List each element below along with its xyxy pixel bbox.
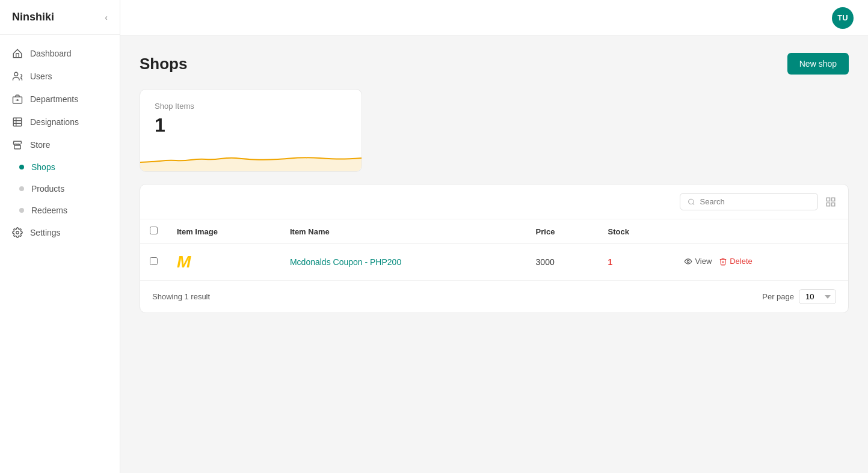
sidebar-item-store[interactable]: Store bbox=[0, 133, 120, 156]
showing-text: Showing 1 result bbox=[152, 292, 210, 301]
sidebar-item-dashboard-label: Dashboard bbox=[30, 49, 72, 58]
store-icon bbox=[12, 139, 23, 150]
per-page-control: Per page 10 25 50 100 bbox=[762, 289, 836, 304]
svg-rect-8 bbox=[14, 145, 21, 149]
sidebar-nav: Dashboard Users Departments Designations bbox=[0, 35, 120, 473]
sidebar-item-settings-label: Settings bbox=[30, 228, 61, 237]
sidebar-item-dashboard[interactable]: Dashboard bbox=[0, 42, 120, 65]
sidebar-item-users-label: Users bbox=[30, 72, 52, 81]
sidebar-item-products-label: Products bbox=[31, 184, 64, 194]
grid-view-button[interactable] bbox=[825, 197, 836, 207]
col-item-name: Item Name bbox=[280, 219, 526, 244]
sidebar-item-users[interactable]: Users bbox=[0, 65, 120, 88]
col-checkbox bbox=[140, 219, 167, 244]
svg-line-11 bbox=[693, 203, 694, 204]
content-area: Shops New shop Shop Items 1 bbox=[120, 36, 868, 473]
search-icon bbox=[688, 198, 695, 206]
svg-point-0 bbox=[14, 72, 18, 76]
redeems-dot bbox=[19, 208, 24, 213]
row-price-cell: 3000 bbox=[526, 244, 599, 281]
svg-rect-13 bbox=[832, 198, 835, 201]
topbar: TU bbox=[120, 0, 868, 36]
row-item-name-cell: Mcdonalds Coupon - PHP200 bbox=[280, 244, 526, 281]
app-name: Ninshiki bbox=[12, 11, 54, 23]
page-header: Shops New shop bbox=[140, 53, 849, 75]
sidebar-item-redeems-label: Redeems bbox=[31, 206, 67, 215]
stat-chart bbox=[140, 141, 362, 171]
col-actions bbox=[674, 219, 848, 244]
new-shop-button[interactable]: New shop bbox=[787, 53, 849, 75]
users-icon bbox=[12, 71, 23, 82]
svg-point-10 bbox=[689, 199, 694, 204]
row-checkbox[interactable] bbox=[150, 257, 158, 265]
main-area: TU Shops New shop Shop Items 1 bbox=[120, 0, 868, 473]
svg-rect-4 bbox=[13, 118, 22, 126]
item-name-link[interactable]: Mcdonalds Coupon - PHP200 bbox=[290, 257, 401, 267]
col-item-image: Item Image bbox=[167, 219, 280, 244]
departments-icon bbox=[12, 94, 23, 105]
sidebar-item-departments-label: Departments bbox=[30, 94, 78, 104]
sidebar-item-departments[interactable]: Departments bbox=[0, 88, 120, 111]
svg-rect-14 bbox=[826, 203, 830, 206]
table-toolbar bbox=[140, 185, 848, 219]
sidebar-item-designations-label: Designations bbox=[30, 117, 79, 127]
svg-point-16 bbox=[688, 260, 690, 263]
sidebar-item-products[interactable]: Products bbox=[0, 178, 120, 200]
row-actions-cell: View Delete bbox=[674, 244, 848, 281]
avatar: TU bbox=[832, 7, 854, 29]
svg-rect-15 bbox=[832, 203, 835, 206]
search-input[interactable] bbox=[700, 197, 810, 206]
per-page-select[interactable]: 10 25 50 100 bbox=[799, 289, 836, 304]
table-row: M Mcdonalds Coupon - PHP200 3000 1 View … bbox=[140, 244, 848, 281]
svg-point-9 bbox=[16, 231, 19, 234]
delete-button[interactable]: Delete bbox=[719, 257, 753, 266]
view-button[interactable]: View bbox=[684, 257, 712, 266]
products-dot bbox=[19, 186, 24, 191]
col-stock: Stock bbox=[599, 219, 675, 244]
back-button[interactable]: ‹ bbox=[105, 13, 108, 22]
sidebar-item-store-label: Store bbox=[30, 140, 50, 150]
sidebar-item-shops-label: Shops bbox=[31, 162, 55, 172]
col-price: Price bbox=[526, 219, 599, 244]
items-table: Item Image Item Name Price Stock M Mcdon… bbox=[140, 219, 848, 280]
select-all-checkbox[interactable] bbox=[150, 227, 158, 234]
home-icon bbox=[12, 48, 23, 59]
sidebar-item-designations[interactable]: Designations bbox=[0, 111, 120, 133]
sidebar: Ninshiki ‹ Dashboard Users Departments bbox=[0, 0, 120, 473]
table-card: Item Image Item Name Price Stock M Mcdon… bbox=[140, 184, 849, 313]
sidebar-item-shops[interactable]: Shops bbox=[0, 156, 120, 178]
stock-value: 1 bbox=[608, 257, 613, 267]
page-title: Shops bbox=[140, 55, 187, 73]
stat-card-value: 1 bbox=[155, 114, 347, 136]
row-stock-cell: 1 bbox=[599, 244, 675, 281]
stat-card-label: Shop Items bbox=[155, 102, 347, 111]
row-image-cell: M bbox=[167, 244, 280, 281]
stat-card: Shop Items 1 bbox=[140, 89, 362, 172]
per-page-label: Per page bbox=[762, 292, 794, 301]
svg-rect-12 bbox=[826, 198, 830, 201]
settings-icon bbox=[12, 227, 23, 238]
row-checkbox-cell bbox=[140, 244, 167, 281]
sidebar-item-settings[interactable]: Settings bbox=[0, 221, 120, 244]
table-footer: Showing 1 result Per page 10 25 50 100 bbox=[140, 280, 848, 313]
search-box bbox=[680, 193, 818, 210]
mcdonalds-logo: M bbox=[177, 252, 191, 271]
shops-dot bbox=[19, 165, 24, 169]
designations-icon bbox=[12, 117, 23, 127]
sidebar-logo: Ninshiki ‹ bbox=[0, 0, 120, 35]
sidebar-item-redeems[interactable]: Redeems bbox=[0, 200, 120, 221]
